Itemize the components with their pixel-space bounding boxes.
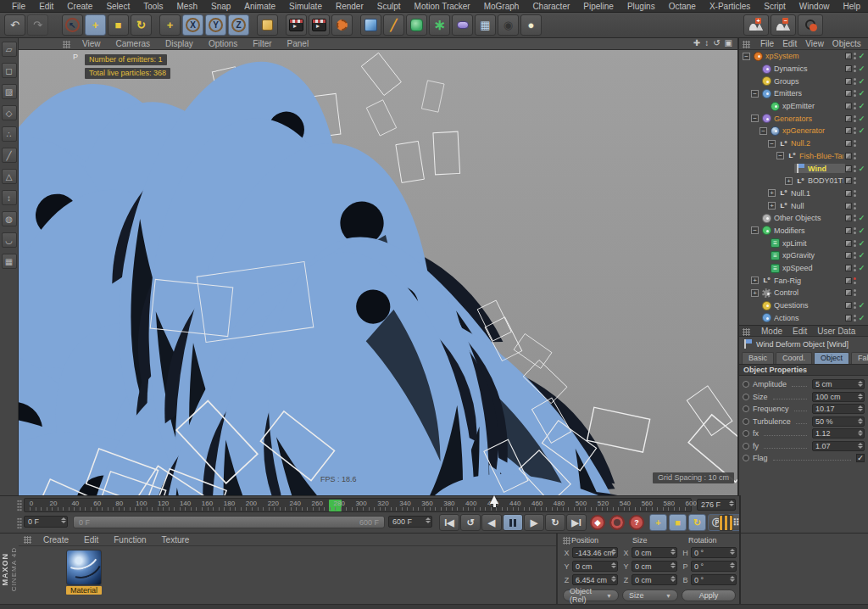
pause-button[interactable] — [503, 514, 523, 531]
tree-row-actions[interactable]: Actions✓ — [739, 311, 868, 324]
tree-row-wind[interactable]: Wind✓ — [739, 162, 868, 175]
menu-item-x-particles[interactable]: X-Particles — [703, 2, 757, 11]
visibility-dots-icon[interactable] — [854, 65, 856, 72]
menu-item-mesh[interactable]: Mesh — [170, 2, 204, 11]
rotation-record-toggle[interactable]: ↻ — [688, 514, 706, 531]
edges-mode-icon[interactable]: ╱ — [2, 148, 17, 163]
menu-item-file[interactable]: File — [5, 2, 32, 11]
preview-range-slider[interactable]: 0 F 600 F — [73, 516, 385, 528]
enabled-check-icon[interactable]: ✓ — [858, 301, 865, 310]
viewport[interactable]: ViewCamerasDisplayOptionsFilterPanel ✚↕↺… — [19, 38, 737, 495]
menu-item-edit[interactable]: Edit — [787, 327, 812, 336]
stepper-icon[interactable] — [729, 500, 734, 506]
tree-row-xplimit[interactable]: ≡xpLimit✓ — [739, 237, 868, 249]
tree-row-null[interactable]: +LºNull — [739, 199, 868, 212]
points-mode-icon[interactable]: ∴ — [2, 126, 17, 142]
visibility-dots-icon[interactable] — [854, 240, 856, 247]
menu-item-pipeline[interactable]: Pipeline — [576, 2, 620, 11]
tree-row-xpsystem[interactable]: −xpSystem✓ — [739, 50, 868, 63]
enabled-check-icon[interactable]: ✓ — [858, 102, 865, 110]
flag-checkbox[interactable]: ✓ — [856, 454, 865, 462]
enabled-check-icon[interactable]: ✓ — [858, 165, 865, 173]
render-to-picture-icon[interactable] — [309, 14, 330, 36]
make-editable-icon[interactable]: ▱ — [2, 42, 17, 57]
remove-layer-icon[interactable]: − — [771, 14, 796, 36]
viewport-canvas[interactable]: P Number of emitters: 1 Total live parti… — [19, 50, 737, 495]
camera-zoom-icon[interactable]: ↕ — [704, 38, 709, 47]
enabled-check-icon[interactable]: ✓ — [858, 115, 865, 123]
live-selection-icon[interactable]: ↖ — [62, 14, 83, 36]
coord-field-y-0[interactable]: 0 cm — [572, 561, 618, 572]
menu-item-sculpt[interactable]: Sculpt — [370, 2, 408, 11]
coord-field-x-0[interactable]: -143.46 cm — [572, 547, 618, 558]
visibility-dots-icon[interactable] — [854, 140, 856, 147]
key-interpolation-icon[interactable] — [719, 515, 733, 531]
fy-field[interactable]: 1.07 — [812, 441, 865, 451]
expand-icon[interactable]: + — [751, 277, 759, 284]
drag-handle-icon[interactable] — [743, 41, 750, 48]
drag-handle-icon[interactable] — [743, 328, 750, 336]
amplitude-field[interactable]: 5 cm — [812, 379, 865, 389]
menu-item-create[interactable]: Create — [60, 2, 99, 11]
tree-row-other-objects[interactable]: Other Objects✓ — [739, 212, 868, 225]
material-thumbnail[interactable] — [66, 550, 102, 585]
visibility-dots-icon[interactable] — [854, 165, 856, 172]
expand-icon[interactable]: − — [743, 53, 750, 60]
goto-start-button[interactable]: I◀ — [439, 514, 459, 531]
object-properties-header[interactable]: Object Properties — [739, 364, 868, 376]
search-layers-icon[interactable] — [798, 14, 823, 36]
coord-field-p-2[interactable]: 0 ° — [691, 561, 737, 572]
visibility-dots-icon[interactable] — [854, 289, 856, 296]
expand-icon[interactable]: + — [768, 189, 776, 197]
move-tool-icon[interactable]: + — [85, 14, 106, 36]
menu-item-create[interactable]: Create — [36, 535, 76, 545]
menu-item-panel[interactable]: Panel — [280, 39, 317, 48]
primitive-cube-icon[interactable] — [360, 14, 381, 36]
visibility-dots-icon[interactable] — [854, 103, 856, 109]
previous-frame-button[interactable]: ◀ — [481, 514, 502, 531]
model-mode-icon[interactable]: ◻ — [2, 63, 17, 78]
x-axis-lock-icon[interactable]: X — [182, 14, 203, 36]
menu-item-function[interactable]: Function — [106, 535, 153, 545]
frequency-field[interactable]: 10.17 — [812, 404, 865, 414]
polygons-mode-icon[interactable]: △ — [2, 169, 17, 184]
enable-axis-icon[interactable]: ↕ — [2, 190, 17, 205]
coord-field-x-1[interactable]: 0 cm — [632, 547, 677, 558]
drag-handle-icon[interactable] — [63, 41, 70, 48]
tab-falloff[interactable]: Falloff — [851, 352, 868, 364]
menu-item-user-data[interactable]: User Data — [812, 327, 860, 336]
menu-item-cameras[interactable]: Cameras — [108, 39, 159, 48]
expand-icon[interactable]: − — [760, 127, 767, 135]
tree-row-modifiers[interactable]: −Modifiers✓ — [739, 225, 868, 237]
visibility-dots-icon[interactable] — [854, 265, 856, 271]
coord-field-h-2[interactable]: 0 ° — [691, 547, 737, 558]
undo-icon[interactable]: ↶ — [4, 14, 25, 36]
visibility-dots-icon[interactable] — [854, 227, 856, 234]
menu-item-edit[interactable]: Edit — [32, 2, 60, 11]
tree-row-null-1[interactable]: +LºNull.1 — [739, 187, 868, 200]
menu-item-view[interactable]: View — [801, 39, 828, 48]
stepper-icon[interactable] — [61, 517, 66, 523]
expand-icon[interactable]: − — [751, 115, 759, 122]
tree-row-generators[interactable]: −Generators✓ — [739, 112, 868, 125]
last-tool-move-icon[interactable]: + — [159, 14, 181, 36]
visibility-dots-icon[interactable] — [854, 203, 856, 210]
visibility-dots-icon[interactable] — [854, 190, 856, 197]
drag-handle-icon[interactable] — [17, 500, 22, 511]
apply-button[interactable]: Apply — [682, 589, 736, 601]
end-frame-field[interactable]: 600 F — [388, 516, 432, 528]
expand-icon[interactable]: − — [751, 90, 759, 98]
menu-item-motion-tracker[interactable]: Motion Tracker — [408, 2, 477, 11]
menu-item-simulate[interactable]: Simulate — [282, 2, 329, 11]
visibility-dots-icon[interactable] — [854, 115, 856, 122]
coord-field-b-2[interactable]: 0 ° — [691, 574, 737, 585]
goto-end-button[interactable]: ▶I — [566, 514, 587, 531]
y-axis-lock-icon[interactable]: Y — [205, 14, 226, 36]
menu-item-options[interactable]: Options — [201, 39, 245, 48]
visibility-dots-icon[interactable] — [854, 215, 856, 221]
expand-icon[interactable]: + — [785, 177, 793, 185]
menu-item-tools[interactable]: Tools — [136, 2, 170, 11]
enabled-check-icon[interactable]: ✓ — [858, 77, 865, 86]
coord-field-y-1[interactable]: 0 cm — [632, 561, 677, 572]
snap-icon[interactable]: ◡ — [2, 232, 17, 248]
